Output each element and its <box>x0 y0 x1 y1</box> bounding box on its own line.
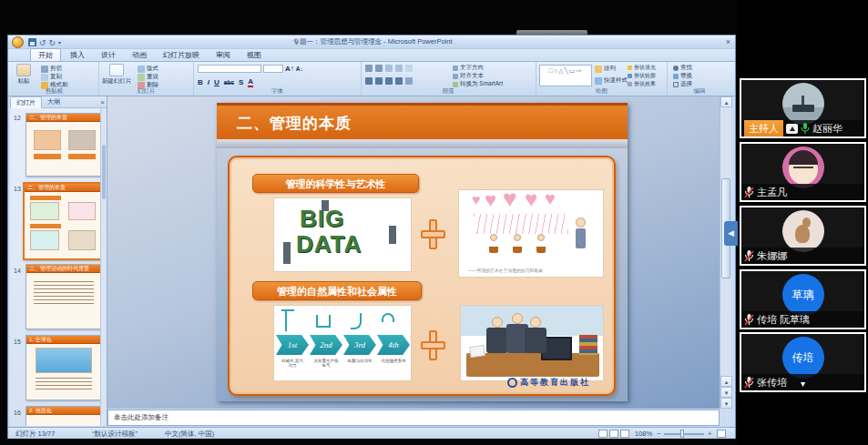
bullets-icon[interactable] <box>365 65 373 72</box>
participant-tile[interactable]: 主孟凡 <box>740 142 866 202</box>
boss-figure-head <box>576 217 586 228</box>
new-slide-button[interactable]: 新建幻灯片 <box>101 64 132 86</box>
copy-button[interactable]: 复制 <box>41 73 62 81</box>
language-indicator: 中文(简体, 中国) <box>165 430 214 439</box>
normal-view-icon[interactable] <box>598 430 608 438</box>
zoom-in-icon[interactable]: + <box>708 430 711 438</box>
pane-close-icon[interactable]: × <box>100 98 105 106</box>
close-icon[interactable]: × <box>723 37 733 47</box>
tab-insert[interactable]: 插入 <box>63 49 92 61</box>
columns-icon[interactable] <box>405 77 413 85</box>
slide-scrollbar[interactable]: ▴ ▴ ▾ ▾ <box>720 96 731 409</box>
new-slide-icon <box>109 64 124 76</box>
fit-to-window-icon[interactable] <box>717 430 726 438</box>
zoom-slider[interactable] <box>664 433 704 435</box>
quick-styles-button[interactable]: 快速样式 <box>595 76 628 85</box>
slide-thumbnail-15[interactable]: 1. 全球化 <box>26 335 102 400</box>
strikethrough-button[interactable]: abc <box>224 79 234 86</box>
tab-animations[interactable]: 动画 <box>125 49 154 61</box>
redo-icon[interactable]: ↻ <box>49 38 56 47</box>
undo-icon[interactable]: ↺ <box>39 38 46 47</box>
label-science-art[interactable]: 管理的科学性与艺术性 <box>252 174 419 193</box>
hearts-cartoon-image[interactable]: ♥ ♥ ♥ ♥ ♥ ——管理的艺术在于沟通的技 <box>458 189 604 278</box>
font-name-select[interactable] <box>198 65 261 73</box>
qat-dropdown-icon[interactable]: ▾ <box>58 39 61 46</box>
italic-button[interactable]: I <box>208 78 209 86</box>
line-spacing-icon[interactable] <box>405 65 413 72</box>
cut-button[interactable]: 剪切 <box>41 65 62 73</box>
text-direction-button[interactable]: 文字方向 <box>453 64 484 72</box>
slide-thumbnail-14[interactable]: 二、管理活动的时代背景 <box>26 264 102 329</box>
previous-slide-icon[interactable]: ▴ <box>720 376 732 387</box>
numbering-icon[interactable] <box>375 65 383 72</box>
align-right-icon[interactable] <box>385 77 393 85</box>
big-data-image[interactable]: BIG DATA <box>273 197 412 272</box>
tab-slides-thumbnails[interactable]: 幻灯片 <box>10 96 42 108</box>
next-slide-icon[interactable]: ▾ <box>720 387 732 398</box>
notes-area[interactable]: 单击此处添加备注 <box>107 410 720 426</box>
text-shadow-button[interactable]: S <box>239 78 243 86</box>
paste-icon <box>16 64 31 76</box>
arrange-button[interactable]: 排列 <box>595 65 616 73</box>
find-button[interactable]: 查找 <box>673 64 692 72</box>
office-button-icon[interactable] <box>12 36 24 48</box>
align-center-icon[interactable] <box>375 77 383 85</box>
pane-scrollbar[interactable] <box>100 108 107 426</box>
slide-sorter-icon[interactable] <box>609 430 618 438</box>
ribbon-group-drawing: □○△╲▭⇨ 排列 快速样式 形状填充 形状轮廓 形状效果 绘图 <box>536 62 668 96</box>
slide-thumbnail-13-selected[interactable]: 二、管理的本质 <box>23 182 105 260</box>
shape-outline-button[interactable]: 形状轮廓 <box>628 72 656 80</box>
bottles-icon <box>316 315 331 328</box>
slideshow-icon[interactable] <box>620 430 629 438</box>
stage-caption-2: 大批量生产线 电气 <box>314 359 339 368</box>
participant-tile[interactable]: 朱娜娜 <box>740 206 866 266</box>
zoom-out-icon[interactable]: − <box>657 430 660 438</box>
slide-canvas[interactable]: 二、管理的本质 管理的科学性与艺术性 BIG DATA <box>217 103 628 401</box>
indent-decrease-icon[interactable] <box>385 65 393 72</box>
paste-button[interactable]: 粘贴 <box>12 64 36 86</box>
slide-thumbnail-16[interactable]: 2. 信息化 <box>26 406 102 426</box>
label-natural-social[interactable]: 管理的自然属性和社会属性 <box>252 281 422 300</box>
bold-button[interactable]: B <box>198 78 203 86</box>
tab-view[interactable]: 视图 <box>240 49 269 61</box>
slide-title: 二、管理的本质 <box>237 113 352 134</box>
justify-icon[interactable] <box>395 77 403 85</box>
reset-button[interactable]: 重设 <box>138 73 158 81</box>
grow-font-icon[interactable]: A↑ <box>285 65 294 73</box>
slide-content-box[interactable]: 管理的科学性与艺术性 BIG DATA ♥ ♥ ♥ <box>228 156 616 396</box>
tab-home[interactable]: 开始 <box>30 48 61 61</box>
tab-design[interactable]: 设计 <box>94 49 123 61</box>
tab-review[interactable]: 审阅 <box>209 49 238 61</box>
font-size-select[interactable] <box>263 65 283 73</box>
tab-slideshow[interactable]: 幻灯片放映 <box>156 49 207 61</box>
industry-stages-image[interactable]: 1st 2nd 3rd 4th 机械化 蒸汽动力 大批量生产线 电气 电脑与自动… <box>273 305 412 381</box>
layout-button[interactable]: 版式 <box>138 65 158 73</box>
save-icon[interactable] <box>28 38 36 46</box>
slide-counter: 幻灯片 13/77 <box>15 430 55 439</box>
participant-tile[interactable]: 草璃 传培阮草璃 <box>740 269 866 329</box>
replace-button[interactable]: 替换 <box>673 72 692 80</box>
tab-outline[interactable]: 大纲 <box>42 96 66 107</box>
slide-thumbnail-12[interactable]: 二、管理的本质 <box>26 113 102 177</box>
scroll-down-icon[interactable]: ▾ <box>720 398 732 409</box>
align-text-button[interactable]: 对齐文本 <box>453 72 484 80</box>
slide-title-band[interactable]: 二、管理的本质 <box>217 103 628 139</box>
shrink-font-icon[interactable]: A↓ <box>296 66 303 72</box>
shape-fill-button[interactable]: 形状填充 <box>628 64 656 72</box>
indent-increase-icon[interactable] <box>395 65 403 72</box>
underline-button[interactable]: U <box>214 78 220 86</box>
scroll-up-icon[interactable]: ▴ <box>720 96 732 107</box>
zoom-slider-thumb[interactable] <box>680 430 684 438</box>
participant-tile[interactable]: 传培 张传培 ▾ <box>740 332 866 392</box>
font-color-button[interactable]: A <box>248 77 253 87</box>
participant-name: 张传培 <box>757 376 787 389</box>
smartart-icon <box>453 82 458 87</box>
shapes-gallery[interactable]: □○△╲▭⇨ <box>539 65 592 86</box>
sidebar-collapse-icon[interactable]: ◀ <box>724 221 738 246</box>
align-left-icon[interactable] <box>365 77 373 85</box>
participant-tile-host[interactable]: 主持人 赵丽华 <box>740 78 866 138</box>
chevron-down-icon[interactable]: ▾ <box>801 379 805 389</box>
thumb-worldmap-image <box>36 348 92 373</box>
busy-managers-image[interactable] <box>460 305 604 381</box>
avatar-initials: 草璃 <box>782 274 824 316</box>
